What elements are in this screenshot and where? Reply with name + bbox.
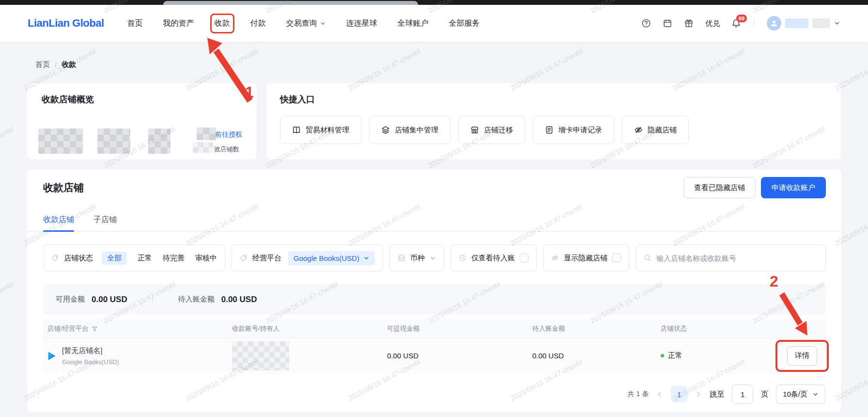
clock-icon: [459, 254, 466, 262]
nav-global-account[interactable]: 全球账户: [396, 16, 431, 32]
pagination: 共 1 条 1 跳至 页 10条/页: [27, 385, 825, 404]
nav-pay[interactable]: 付款: [248, 16, 268, 32]
shop-count-label: 效店铺数: [214, 145, 239, 154]
quick-card-request-records-button[interactable]: 增卡申请记录: [533, 116, 614, 144]
breadcrumb-home[interactable]: 首页: [35, 60, 50, 69]
nav-my-assets[interactable]: 我的资产: [161, 16, 196, 32]
prev-page-icon[interactable]: [656, 391, 663, 398]
status-dot-green: [661, 354, 664, 357]
tab-sub-shops[interactable]: 子店铺: [93, 215, 117, 231]
shop-overview-card: 收款店铺概览 前往授权 效店铺数: [27, 82, 257, 160]
col-withdrawable: 可提现金额: [387, 324, 420, 333]
main-nav: 首页 我的资产 收款 付款 交易查询 连连星球 全球账户 全部服务: [125, 16, 482, 32]
bell-icon[interactable]: 69: [731, 18, 741, 28]
quick-hide-shop-button[interactable]: 隐藏店铺: [622, 116, 689, 144]
page-size-value: 10条/页: [783, 390, 807, 399]
status-option-incomplete[interactable]: 待完善: [163, 254, 185, 263]
page-size-select[interactable]: 10条/页: [776, 385, 825, 404]
tab-receiving-shops[interactable]: 收款店铺: [43, 215, 74, 231]
action-cell: 详情: [787, 346, 817, 366]
shop-tabs: 收款店铺 子店铺: [27, 198, 841, 232]
page-unit-label: 页: [761, 390, 768, 399]
quick-trade-materials-button[interactable]: 贸易材料管理: [280, 116, 361, 144]
gift-icon[interactable]: [684, 18, 694, 28]
redacted-stat-block: [97, 128, 130, 154]
redacted-stat-block: [148, 128, 170, 154]
platform-select[interactable]: Google Books(USD): [288, 251, 375, 265]
jump-page-input[interactable]: [732, 385, 753, 404]
chevron-down-icon: [320, 20, 326, 27]
available-amount-label: 可用金额: [56, 295, 85, 304]
quick-entry-row: 贸易材料管理 店铺集中管理 店铺迁移 增卡申请记录 隐藏店铺: [280, 116, 841, 144]
quick-shop-central-mgmt-button[interactable]: 店铺集中管理: [369, 116, 450, 144]
nav-lianlian-planet[interactable]: 连连星球: [344, 16, 379, 32]
notification-badge: 69: [736, 15, 747, 22]
chevron-down-icon: [812, 391, 819, 398]
search-icon: [644, 254, 651, 262]
available-amount-value: 0.00 USD: [92, 295, 127, 305]
pending-amount-value: 0.00 USD: [221, 295, 257, 305]
detail-button[interactable]: 详情: [787, 346, 817, 366]
show-hidden-checkbox[interactable]: [612, 254, 621, 262]
receiving-shops-card: 收款店铺 查看已隐藏店铺 申请收款账户 收款店铺 子店铺 店铺状态 全部 正常 …: [27, 169, 842, 413]
quick-shop-migration-button[interactable]: 店铺迁移: [458, 116, 525, 144]
page-1-button[interactable]: 1: [671, 386, 687, 402]
chevron-down-icon: [430, 255, 436, 261]
platform-selected-value: Google Books(USD): [294, 254, 359, 262]
nav-home[interactable]: 首页: [125, 16, 145, 32]
summary-divider: [153, 295, 153, 305]
logo: LianLian Global: [28, 17, 104, 30]
pending-only-checkbox[interactable]: [520, 254, 528, 262]
help-icon[interactable]: [641, 18, 651, 28]
breadcrumb-current: 收款: [62, 60, 76, 69]
youdui-link[interactable]: 优兑: [705, 19, 720, 28]
summary-bar: 可用金额 0.00 USD 待入账金额 0.00 USD: [43, 284, 826, 315]
breadcrumb-separator: /: [55, 61, 57, 69]
filter-pending-only: 仅查看待入账: [450, 244, 537, 272]
filter-platform: 经营平台 Google Books(USD): [232, 244, 383, 272]
next-page-icon[interactable]: [695, 391, 702, 398]
status-cell: 正常: [661, 351, 779, 360]
view-hidden-shops-button[interactable]: 查看已隐藏店铺: [683, 177, 756, 198]
document-icon: [545, 126, 554, 134]
show-hidden-label: 显示隐藏店铺: [564, 254, 607, 263]
shop-search-input[interactable]: [656, 254, 818, 262]
eye-off-icon: [551, 254, 559, 262]
col-status: 店铺状态: [661, 324, 687, 333]
redacted-stat-block: [193, 142, 213, 153]
tag-icon: [240, 254, 248, 262]
avatar: [767, 16, 781, 31]
browser-edge-strip: [0, 0, 868, 5]
chevron-down-icon: [834, 20, 840, 27]
account-menu[interactable]: [767, 16, 840, 31]
shop-cell: [暂无店铺名] Google Books(USD): [43, 346, 232, 366]
nav-all-services[interactable]: 全部服务: [447, 16, 482, 32]
tag-icon: [51, 254, 59, 262]
overview-title: 收款店铺概览: [42, 94, 257, 105]
filter-bar: 店铺状态 全部 正常 待完善 审核中 经营平台 Google Books(USD…: [43, 244, 826, 272]
pending-amount-label: 待入账金额: [178, 295, 215, 304]
nav-transactions[interactable]: 交易查询: [284, 16, 328, 32]
nav-receive[interactable]: 收款: [213, 16, 232, 32]
filter-shop-status: 店铺状态 全部 正常 待完善 审核中: [43, 244, 225, 272]
layers-icon: [381, 126, 390, 134]
breadcrumb: 首页 / 收款: [35, 60, 76, 69]
table-header: 店铺/经营平台 收款账号/持有人 可提现金额 待入账金额 店铺状态: [43, 320, 826, 338]
shop-search-box: [636, 244, 826, 272]
shops-table: 店铺/经营平台 收款账号/持有人 可提现金额 待入账金额 店铺状态 [暂无店铺名…: [43, 320, 826, 373]
col-pending: 待入账金额: [532, 324, 565, 333]
calendar-icon[interactable]: [663, 18, 672, 28]
status-option-reviewing[interactable]: 审核中: [195, 254, 217, 263]
apply-receiving-account-button[interactable]: 申请收款账户: [761, 177, 826, 198]
status-option-normal[interactable]: 正常: [138, 254, 152, 263]
total-count: 共 1 条: [628, 390, 649, 399]
status-option-all[interactable]: 全部: [102, 252, 127, 265]
funnel-icon[interactable]: [92, 326, 98, 332]
go-authorize-link[interactable]: 前往授权: [215, 130, 242, 139]
quick-entry-card: 快捷入口 贸易材料管理 店铺集中管理 店铺迁移 增卡申请记录 隐藏店铺: [266, 82, 841, 160]
pending-value: 0.00 USD: [532, 352, 564, 360]
chevron-down-icon: [363, 255, 370, 261]
filter-show-hidden: 显示隐藏店铺: [543, 244, 629, 272]
status-badge: 正常: [668, 351, 682, 360]
filter-currency[interactable]: 币种: [389, 244, 444, 272]
